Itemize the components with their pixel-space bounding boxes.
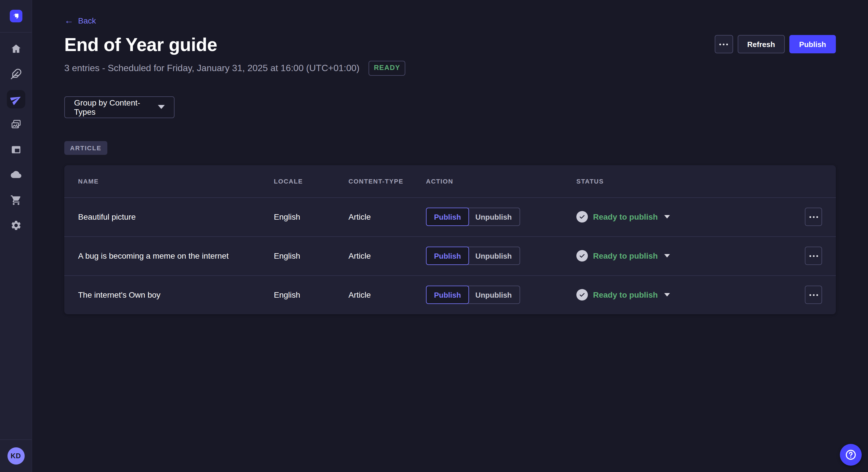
entry-status: Ready to publish: [577, 211, 799, 223]
sidebar-item-content-type-builder[interactable]: [7, 140, 25, 159]
sidebar-item-deploy-cloud[interactable]: [7, 166, 25, 184]
row-more-button[interactable]: [805, 247, 822, 265]
column-header-status: STATUS: [577, 177, 799, 184]
feather-icon: [10, 68, 22, 80]
status-chevron-down-icon[interactable]: [664, 215, 670, 218]
sidebar-bottom: KD: [0, 439, 32, 472]
table-row: A bug is becoming a meme on the internet…: [64, 236, 836, 275]
status-chevron-down-icon[interactable]: [664, 254, 670, 258]
entry-status: Ready to publish: [577, 289, 799, 301]
sidebar-item-marketplace[interactable]: [7, 191, 25, 209]
entry-locale: English: [274, 212, 348, 222]
check-circle-icon: [577, 211, 588, 223]
unpublish-toggle-button[interactable]: Unpublish: [468, 247, 520, 265]
status-chevron-down-icon[interactable]: [664, 293, 670, 297]
gear-icon: [10, 220, 22, 231]
refresh-button[interactable]: Refresh: [737, 35, 785, 53]
media-gallery-icon: [10, 119, 22, 130]
entry-name: A bug is becoming a meme on the internet: [78, 251, 274, 260]
publish-toggle-button[interactable]: Publish: [426, 247, 469, 265]
ellipsis-icon: [719, 43, 728, 45]
back-label: Back: [78, 16, 96, 25]
column-header-name: NAME: [78, 177, 274, 184]
back-link[interactable]: ← Back: [64, 16, 96, 25]
sidebar-item-content-manager[interactable]: [7, 65, 25, 83]
ellipsis-icon: [809, 216, 818, 217]
header-row: End of Year guide 3 entries - Scheduled …: [64, 34, 836, 75]
entry-locale: English: [274, 251, 348, 260]
layout-icon: [10, 144, 22, 156]
unpublish-toggle-button[interactable]: Unpublish: [468, 208, 520, 226]
publish-release-button[interactable]: Publish: [789, 35, 836, 53]
table-header-row: NAME LOCALE CONTENT-TYPE ACTION STATUS: [64, 165, 836, 197]
sidebar: KD: [0, 0, 32, 472]
entry-status: Ready to publish: [577, 250, 799, 262]
entry-content-type: Article: [348, 251, 426, 260]
column-header-content-type: CONTENT-TYPE: [348, 177, 426, 184]
table-row: The internet's Own boy English Article P…: [64, 275, 836, 314]
entry-name: Beautiful picture: [78, 212, 274, 222]
sidebar-item-home[interactable]: [7, 40, 25, 58]
row-more-button[interactable]: [805, 285, 822, 304]
main-content: ← Back End of Year guide 3 entries - Sch…: [32, 0, 868, 472]
subtitle-row: 3 entries - Scheduled for Friday, Januar…: [64, 61, 405, 75]
ellipsis-icon: [809, 255, 818, 257]
entry-content-type: Article: [348, 212, 426, 222]
entry-content-type: Article: [348, 290, 426, 299]
publish-toggle-button[interactable]: Publish: [426, 285, 469, 304]
group-by-label: Group by Content-Types: [74, 98, 158, 116]
entry-locale: English: [274, 290, 348, 299]
unpublish-toggle-button[interactable]: Unpublish: [468, 285, 520, 304]
action-toggle: Publish Unpublish: [426, 285, 577, 304]
sidebar-nav: [0, 33, 32, 235]
group-by-select[interactable]: Group by Content-Types: [64, 96, 175, 118]
home-icon: [10, 43, 22, 55]
avatar-wrap: KD: [7, 440, 24, 472]
page-title: End of Year guide: [64, 34, 405, 56]
entry-name: The internet's Own boy: [78, 290, 274, 299]
cart-icon: [10, 194, 22, 206]
question-mark-icon: [844, 448, 857, 461]
header-actions: Refresh Publish: [714, 35, 836, 53]
strapi-app: KD ← Back End of Year guide 3 entries - …: [0, 0, 868, 472]
status-label: Ready to publish: [593, 290, 658, 299]
row-more-button[interactable]: [805, 208, 822, 226]
avatar[interactable]: KD: [7, 447, 24, 465]
sidebar-item-releases[interactable]: [7, 90, 25, 108]
column-header-action: ACTION: [426, 177, 577, 184]
action-toggle: Publish Unpublish: [426, 208, 577, 226]
check-circle-icon: [577, 289, 588, 301]
cloud-icon: [10, 169, 22, 181]
help-button[interactable]: [840, 444, 862, 466]
table-row: Beautiful picture English Article Publis…: [64, 197, 836, 236]
strapi-logo-glyph: [9, 10, 22, 22]
content-type-group-badge: ARTICLE: [64, 141, 107, 155]
column-header-locale: LOCALE: [274, 177, 348, 184]
release-subtitle: 3 entries - Scheduled for Friday, Januar…: [64, 63, 360, 73]
header-left: End of Year guide 3 entries - Scheduled …: [64, 34, 405, 75]
logo-wrap: [0, 0, 32, 32]
status-label: Ready to publish: [593, 251, 658, 260]
entries-table-card: NAME LOCALE CONTENT-TYPE ACTION STATUS B…: [64, 165, 836, 314]
back-arrow-icon: ←: [64, 16, 73, 25]
sidebar-item-settings[interactable]: [7, 216, 25, 235]
chevron-down-icon: [158, 105, 165, 109]
status-label: Ready to publish: [593, 212, 658, 222]
sidebar-item-media-library[interactable]: [7, 115, 25, 134]
ellipsis-icon: [809, 294, 818, 296]
paper-plane-icon: [10, 94, 22, 105]
status-badge: READY: [369, 61, 405, 75]
action-toggle: Publish Unpublish: [426, 247, 577, 265]
strapi-logo[interactable]: [9, 10, 22, 22]
release-more-button[interactable]: [714, 35, 733, 53]
publish-toggle-button[interactable]: Publish: [426, 208, 469, 226]
check-circle-icon: [577, 250, 588, 262]
